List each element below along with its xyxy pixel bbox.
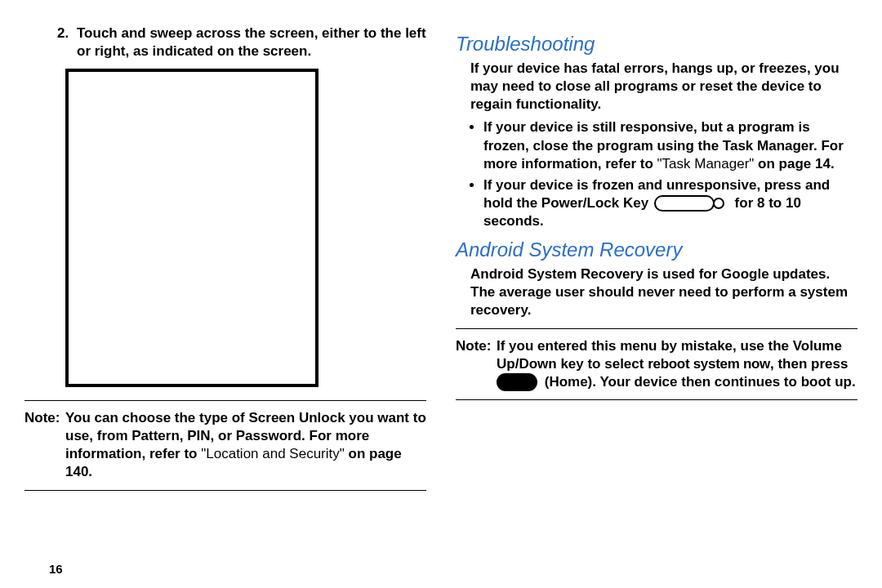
bullet-item: If your device is still responsive, but … [483, 118, 858, 172]
note-part2: , then press [770, 356, 848, 372]
separator [24, 490, 426, 491]
note-block: Note: If you entered this menu by mistak… [456, 337, 858, 392]
page-number: 16 [49, 561, 63, 577]
heading-troubleshooting: Troubleshooting [456, 31, 858, 56]
note-link: "Location and Security" [201, 446, 348, 461]
device-outline [65, 69, 318, 387]
note-label: Note: [24, 409, 65, 481]
heading-android-recovery: Android System Recovery [456, 237, 858, 262]
step-number: 2. [57, 24, 77, 60]
separator [456, 399, 858, 400]
separator [456, 328, 858, 329]
note-text: If you entered this menu by mistake, use… [497, 337, 858, 392]
bullet-link: "Task Manager" [657, 156, 759, 172]
bullet-item: If your device is frozen and unresponsiv… [483, 176, 858, 230]
note-block: Note: You can choose the type of Screen … [24, 409, 426, 481]
troubleshooting-paragraph: If your device has fatal errors, hangs u… [470, 60, 858, 114]
separator [24, 400, 426, 401]
left-column: 2. Touch and sweep across the screen, ei… [24, 24, 426, 580]
note-text: You can choose the type of Screen Unlock… [65, 409, 426, 481]
troubleshooting-list: If your device is still responsive, but … [464, 118, 858, 230]
note-label: Note: [456, 337, 497, 392]
right-column: Troubleshooting If your device has fatal… [456, 24, 858, 580]
home-button-icon [497, 373, 537, 391]
step-item: 2. Touch and sweep across the screen, ei… [57, 24, 426, 60]
note-part3: (Home). Your device then continues to bo… [541, 374, 856, 390]
power-key-icon [653, 194, 731, 212]
bullet-text2: on page 14. [758, 156, 835, 172]
reboot-option: reboot system now [648, 356, 770, 372]
android-paragraph: Android System Recovery is used for Goog… [470, 265, 858, 319]
step-text: Touch and sweep across the screen, eithe… [77, 24, 426, 60]
